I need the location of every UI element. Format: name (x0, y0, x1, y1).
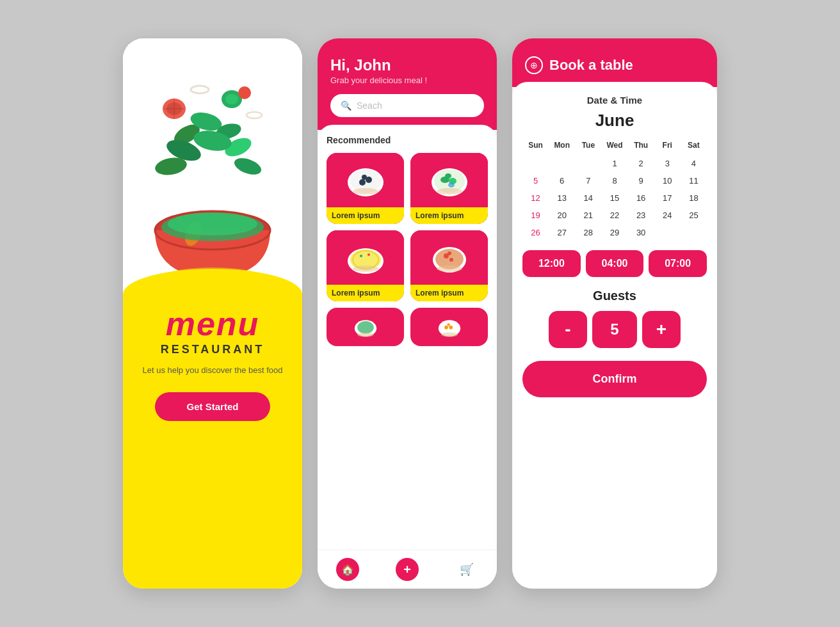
search-bar[interactable]: 🔍 Seach (330, 94, 484, 117)
home-nav-button[interactable]: 🏠 (336, 558, 359, 581)
cal-date-12[interactable]: 12 (522, 189, 549, 207)
svg-point-22 (168, 212, 257, 235)
bottom-navigation: 🏠 + 🛒 (318, 550, 497, 589)
cal-date-23[interactable]: 23 (628, 207, 654, 224)
cal-date-5[interactable]: 5 (522, 172, 549, 189)
food-grid: Lorem ipsum (327, 153, 488, 301)
food-card-2[interactable]: Lorem ipsum (410, 153, 488, 224)
food-card-img-3 (327, 230, 404, 285)
cal-date-22[interactable]: 22 (601, 207, 627, 224)
svg-point-50 (448, 251, 451, 255)
screen1-bottom: menu RESTAURANT Let us help you discover… (123, 294, 302, 589)
cal-cell-empty (654, 224, 681, 241)
cal-date-15[interactable]: 15 (601, 189, 627, 207)
cal-date-17[interactable]: 17 (654, 189, 681, 207)
day-sun: Sun (522, 138, 549, 152)
cal-date-19[interactable]: 19 (522, 207, 549, 224)
cal-date-16[interactable]: 16 (628, 189, 654, 207)
increase-guests-button[interactable]: + (642, 311, 681, 348)
food-card-5[interactable] (327, 308, 404, 346)
screen2-app: Hi, John Grab your delicious meal ! 🔍 Se… (318, 38, 497, 589)
cal-cell-empty (681, 224, 707, 241)
cal-date-26[interactable]: 26 (522, 224, 549, 241)
cal-row-2: 5 6 7 8 9 10 11 (522, 172, 707, 189)
food-card-img-2 (410, 153, 488, 207)
back-icon: ⊕ (530, 60, 538, 70)
cal-date-14[interactable]: 14 (575, 189, 601, 207)
svg-point-51 (437, 266, 462, 272)
cal-date-29[interactable]: 29 (601, 224, 627, 241)
add-nav-button[interactable]: + (396, 558, 419, 581)
svg-point-44 (353, 266, 378, 272)
time-slot-1200[interactable]: 12:00 (522, 250, 581, 277)
screen1-menu: menu RESTAURANT Let us help you discover… (123, 38, 302, 589)
food-card-img-5 (327, 308, 404, 346)
menu-title: menu (166, 307, 260, 340)
svg-point-49 (449, 258, 453, 262)
back-button[interactable]: ⊕ (525, 56, 543, 74)
cal-date-24[interactable]: 24 (654, 207, 681, 224)
cal-row-1: 1 2 3 4 (522, 155, 707, 172)
date-time-label: Date & Time (522, 95, 707, 106)
svg-point-54 (357, 333, 374, 337)
cart-nav-button[interactable]: 🛒 (455, 558, 478, 581)
day-tue: Tue (575, 138, 601, 152)
food-card-1[interactable]: Lorem ipsum (327, 153, 404, 224)
food-card-4[interactable]: Lorem ipsum (410, 230, 488, 301)
time-slot-0400[interactable]: 04:00 (586, 250, 644, 277)
food-card-label-4: Lorem ipsum (410, 285, 488, 301)
cal-date-3[interactable]: 3 (654, 155, 681, 172)
calendar-header: Sun Mon Tue Wed Thu Fri Sat (522, 138, 707, 152)
cal-date-25[interactable]: 25 (681, 207, 707, 224)
cal-cell-empty (549, 155, 575, 172)
confirm-button[interactable]: Confirm (522, 361, 707, 397)
cal-date-28[interactable]: 28 (575, 224, 601, 241)
cal-date-8[interactable]: 8 (601, 172, 627, 189)
get-started-button[interactable]: Get Started (155, 392, 271, 421)
guest-count-display: 5 (592, 311, 637, 348)
calendar-grid: Sun Mon Tue Wed Thu Fri Sat 1 2 3 4 (522, 138, 707, 241)
svg-point-27 (359, 179, 366, 186)
cal-date-7[interactable]: 7 (575, 172, 601, 189)
food-card-3[interactable]: Lorem ipsum (327, 230, 404, 301)
cal-date-18[interactable]: 18 (681, 189, 707, 207)
cal-date-2[interactable]: 2 (628, 155, 654, 172)
restaurant-title: RESTAURANT (161, 343, 265, 356)
svg-point-35 (445, 173, 451, 179)
svg-point-43 (368, 253, 370, 256)
cal-date-9[interactable]: 9 (628, 172, 654, 189)
cal-row-4: 19 20 21 22 23 24 25 (522, 207, 707, 224)
food-card-label-3: Lorem ipsum (327, 285, 404, 301)
cal-date-27[interactable]: 27 (549, 224, 575, 241)
screen3-header: ⊕ Book a table (512, 38, 717, 87)
day-thu: Thu (628, 138, 654, 152)
cal-date-4[interactable]: 4 (681, 155, 707, 172)
svg-point-53 (357, 321, 374, 334)
screen2-body: Recommended Lorem ipsum (318, 125, 497, 550)
cal-date-6[interactable]: 6 (549, 172, 575, 189)
cal-date-30[interactable]: 30 (628, 224, 654, 241)
screen1-description: Let us help you discover the best food (143, 364, 283, 377)
decrease-guests-button[interactable]: - (549, 311, 587, 348)
day-fri: Fri (654, 138, 681, 152)
search-placeholder: Seach (357, 100, 382, 111)
cal-cell-empty (575, 155, 601, 172)
screen2-header: Hi, John Grab your delicious meal ! 🔍 Se… (318, 38, 497, 130)
svg-point-56 (444, 326, 448, 329)
cal-date-1[interactable]: 1 (601, 155, 627, 172)
cal-date-21[interactable]: 21 (575, 207, 601, 224)
cal-date-10[interactable]: 10 (654, 172, 681, 189)
guests-control: - 5 + (522, 311, 707, 348)
time-slots: 12:00 04:00 07:00 (522, 250, 707, 277)
svg-point-57 (449, 326, 453, 329)
cal-date-13[interactable]: 13 (549, 189, 575, 207)
svg-point-42 (360, 255, 362, 257)
time-slot-0700[interactable]: 07:00 (649, 250, 707, 277)
food-card-6[interactable] (410, 308, 488, 346)
cal-date-20[interactable]: 20 (549, 207, 575, 224)
svg-point-58 (447, 323, 449, 326)
svg-point-37 (437, 188, 462, 194)
cal-row-3: 12 13 14 15 16 17 18 (522, 189, 707, 207)
cal-date-11[interactable]: 11 (681, 172, 707, 189)
screen1-hero (123, 38, 302, 294)
